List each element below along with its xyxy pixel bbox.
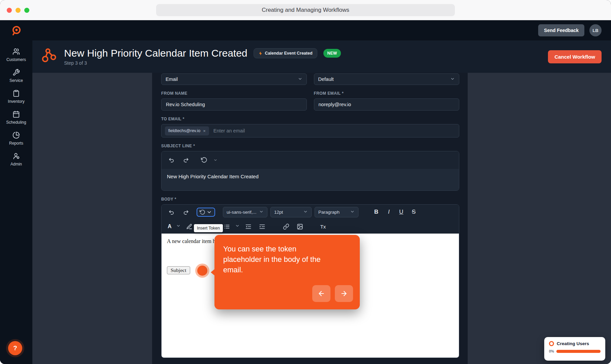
token-loop-icon [200,209,205,215]
sidebar-item-admin[interactable]: Admin [0,149,32,170]
next-step-button[interactable] [335,285,353,302]
strikethrough-button[interactable]: S [409,209,418,215]
sidebar-item-customers[interactable]: Customers [0,44,32,65]
chevron-down-icon[interactable] [176,223,181,230]
channel-select-value: Email [166,77,178,82]
wrench-icon [12,69,20,76]
new-badge: NEW [323,49,341,58]
chevron-down-icon [450,77,455,82]
sidebar: Customers Service Inventory Scheduling R… [0,40,32,364]
previous-step-button[interactable] [312,285,330,302]
sidebar-item-service[interactable]: Service [0,65,32,86]
admin-user-icon [12,152,20,160]
sidebar-label: Service [9,78,23,83]
font-size-select[interactable]: 12pt [270,207,312,217]
page-content: Email Default FROM NAME Rev.io Schedulin… [32,73,611,364]
body-text: A new calendar item h [167,238,215,244]
from-email-label: FROM EMAIL * [314,91,460,96]
from-email-value: noreply@rev.io [319,102,351,107]
zoom-window-button[interactable] [24,8,29,13]
font-family-select[interactable]: ui-sans-serif,... [223,207,267,217]
template-select-value: Default [318,77,334,82]
walkthrough-text: You can see the token placeholder in the… [214,235,339,275]
from-name-value: Rev.io Scheduling [166,102,205,107]
subject-toolbar [162,151,459,169]
to-email-label: TO EMAIL * [161,117,459,121]
text-color-button[interactable]: A [166,223,173,230]
window-title: Creating and Managing Workflows [156,4,455,16]
font-family-value: ui-sans-serif,... [227,210,257,215]
insert-token-button-active[interactable] [197,208,215,217]
app-topbar: Send Feedback LB [0,20,611,40]
workflow-icon [42,48,58,65]
subject-label: SUBJECT LINE * [161,144,459,148]
page-header: New High Priority Calendar Item Created … [32,40,611,73]
progress-percent: 0% [549,349,554,353]
close-window-button[interactable] [7,8,12,13]
sidebar-label: Inventory [8,99,24,104]
template-select[interactable]: Default [314,73,460,85]
calendar-icon [12,111,20,118]
page-title: New High Priority Calendar Item Created [64,48,248,59]
channel-select[interactable]: Email [161,73,307,85]
insert-token-tooltip: Insert Token [194,224,223,232]
cancel-workflow-button[interactable]: Cancel Workflow [548,50,602,63]
pie-chart-icon [12,131,20,139]
event-badge-label: Calendar Event Created [265,51,313,56]
from-name-field[interactable]: Rev.io Scheduling [161,98,307,111]
from-email-field[interactable]: noreply@rev.io [314,98,460,111]
walkthrough-popover: You can see the token placeholder in the… [214,235,360,309]
creating-users-card: Creating Users 0% [544,337,605,361]
font-size-value: 12pt [274,210,283,215]
users-icon [12,48,20,55]
traffic-lights [7,8,29,13]
sidebar-label: Customers [6,57,26,62]
image-button[interactable] [294,221,305,232]
arrow-left-icon [318,290,325,297]
sidebar-item-inventory[interactable]: Inventory [0,86,32,107]
event-type-badge: Calendar Event Created [254,48,317,58]
subject-input[interactable]: New High Priority Calendar Item Created [162,169,459,190]
chevron-down-icon[interactable] [235,223,240,230]
mac-titlebar: Creating and Managing Workflows [0,0,611,20]
to-email-field[interactable]: fieldtechs@rev.io × Enter an email [161,124,459,138]
insert-token-button[interactable] [199,155,221,165]
arrow-right-icon [340,290,348,297]
chevron-down-icon [206,209,212,215]
sidebar-label: Admin [10,162,22,166]
sidebar-item-reports[interactable]: Reports [0,128,32,149]
chevron-down-icon [303,209,308,215]
indent-button[interactable] [257,221,267,232]
help-button[interactable]: ? [8,341,22,355]
redo-button[interactable] [180,207,191,217]
link-button[interactable] [281,221,291,232]
remove-chip-icon[interactable]: × [203,128,206,133]
subject-token-chip[interactable]: Subject [167,266,190,274]
bold-button[interactable]: B [372,209,381,215]
sidebar-label: Scheduling [6,120,26,125]
highlighter-icon[interactable] [184,221,195,232]
undo-button[interactable] [166,207,177,217]
email-chip: fieldtechs@rev.io × [165,126,209,135]
subject-value: New High Priority Calendar Item Created [167,174,259,179]
undo-button[interactable] [166,155,177,165]
user-avatar[interactable]: LB [589,24,602,36]
clear-format-button[interactable]: Tx [318,224,328,230]
outdent-button[interactable] [243,221,254,232]
paragraph-style-select[interactable]: Paragraph [315,207,358,217]
chevron-down-icon [350,209,355,215]
from-name-label: FROM NAME [161,91,307,96]
redo-button[interactable] [180,155,191,165]
send-feedback-button[interactable]: Send Feedback [538,24,584,36]
underline-button[interactable]: U [397,209,406,215]
minimize-window-button[interactable] [16,8,21,13]
click-indicator-dot [197,266,207,276]
sidebar-item-scheduling[interactable]: Scheduling [0,107,32,128]
progress-bar [556,350,601,353]
email-chip-value: fieldtechs@rev.io [168,128,200,133]
body-toolbar-row1: ui-sans-serif,... 12pt Paragraph B I [162,205,459,219]
lightning-icon [258,51,263,56]
workflow-form-panel: Email Default FROM NAME Rev.io Schedulin… [152,73,468,364]
italic-button[interactable]: I [384,209,394,215]
progress-ring-icon [549,341,554,346]
